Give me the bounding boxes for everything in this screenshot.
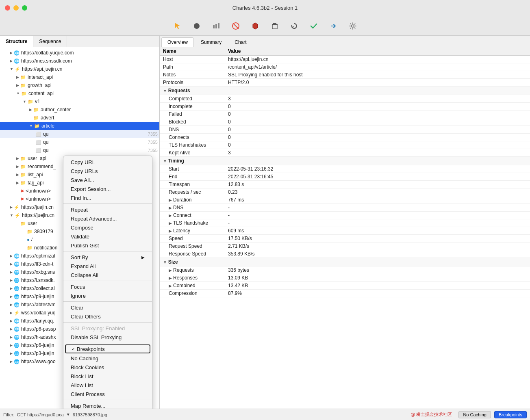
no-caching-button[interactable]: No Caching: [458, 411, 491, 418]
record-button[interactable]: [191, 20, 202, 32]
close-button[interactable]: [5, 5, 10, 11]
list-item[interactable]: ⬜ qu 7355: [0, 138, 159, 146]
context-menu-copy-urls[interactable]: Copy URLs: [63, 167, 152, 175]
context-menu-copy-url[interactable]: Copy URL: [63, 158, 152, 167]
status-trail: 61937598870.jpg: [73, 412, 107, 417]
list-item[interactable]: ▼ 📁 article: [0, 122, 159, 130]
tab-structure[interactable]: Structure: [0, 36, 33, 47]
list-item[interactable]: ▶ 📁 interact_api: [0, 73, 159, 81]
table-row[interactable]: ▶TLS Handshake -: [160, 219, 530, 227]
context-menu-block-list[interactable]: Block List: [63, 372, 152, 381]
expand-duration-icon[interactable]: ▶: [169, 198, 172, 202]
expand-latency-icon[interactable]: ▶: [169, 229, 172, 233]
tab-overview[interactable]: Overview: [161, 37, 194, 47]
context-menu-allow-list[interactable]: Allow List: [63, 381, 152, 390]
context-menu-no-caching[interactable]: No Caching: [63, 354, 152, 363]
context-menu-map-remote[interactable]: Map Remote...: [63, 401, 152, 409]
table-row[interactable]: ▶Latency 609 ms: [160, 227, 530, 235]
section-label: Timing: [160, 157, 530, 165]
reload-button[interactable]: [289, 20, 300, 32]
context-menu-block-cookies[interactable]: Block Cookies: [63, 363, 152, 372]
tab-sequence[interactable]: Sequence: [33, 36, 67, 47]
breakpoints-button-status[interactable]: Breakpoints: [494, 411, 527, 418]
row-value: SSL Proxying enabled for this host: [225, 71, 530, 79]
context-menu-validate[interactable]: Validate: [63, 232, 152, 241]
row-name: ▶Latency: [160, 227, 225, 235]
context-menu-sep2: [63, 251, 152, 251]
list-item[interactable]: ▶ 🌐 https://mcs.snssdk.com: [0, 57, 159, 65]
context-menu-find-in[interactable]: Find In...: [63, 193, 152, 202]
row-value: /content_api/v1/article/: [225, 63, 530, 71]
settings-button[interactable]: [347, 20, 358, 32]
tab-summary[interactable]: Summary: [195, 37, 228, 47]
context-menu-repeat[interactable]: Repeat: [63, 205, 152, 214]
minimize-button[interactable]: [13, 5, 19, 11]
throttle-button[interactable]: [211, 20, 222, 32]
row-value: 336 bytes: [225, 266, 530, 274]
context-menu-sort-by[interactable]: Sort By ▶: [63, 253, 152, 262]
expand-requests-icon[interactable]: ▶: [169, 268, 172, 273]
list-item[interactable]: ▶ 📁 author_center: [0, 106, 159, 114]
row-name: Host: [160, 56, 225, 63]
section-size[interactable]: Size: [160, 258, 530, 266]
expand-tls-icon[interactable]: ▶: [169, 221, 172, 225]
context-menu-expand-all[interactable]: Expand All: [63, 262, 152, 271]
table-row[interactable]: ▶Connect -: [160, 212, 530, 219]
expand-connect-icon[interactable]: ▶: [169, 213, 172, 218]
context-menu-repeat-advanced[interactable]: Repeat Advanced...: [63, 214, 152, 223]
context-menu-breakpoints[interactable]: ✓ Breakpoints: [65, 344, 150, 353]
expand-dns-icon[interactable]: ▶: [169, 206, 172, 210]
table-row[interactable]: ▶Combined 13.42 KB: [160, 282, 530, 290]
context-menu-focus[interactable]: Focus: [63, 282, 152, 291]
row-name: ▶Connect: [160, 212, 225, 219]
list-item[interactable]: ▶ 📁 advert: [0, 114, 159, 122]
row-name: Requests / sec: [160, 188, 225, 196]
section-timing[interactable]: Timing: [160, 157, 530, 165]
list-item[interactable]: ⬜ qu 7355: [0, 146, 159, 154]
row-name: Incomplete: [160, 103, 225, 110]
row-name: Compression: [160, 290, 225, 297]
table-row[interactable]: ▶Requests 336 bytes: [160, 266, 530, 274]
context-menu-clear[interactable]: Clear: [63, 303, 152, 312]
context-menu-compose[interactable]: Compose: [63, 223, 152, 232]
list-item[interactable]: ▼ 📁 v1: [0, 97, 159, 106]
compose-button[interactable]: [328, 20, 339, 32]
section-requests[interactable]: Requests: [160, 87, 530, 95]
table-row[interactable]: ▶DNS -: [160, 204, 530, 212]
list-item[interactable]: ▼ ⚡ https://api.juejin.cn: [0, 65, 159, 73]
row-value: -: [225, 219, 530, 227]
context-menu-sep4: [63, 301, 152, 302]
table-row[interactable]: ▶Duration 767 ms: [160, 196, 530, 204]
list-item[interactable]: ⬜ qu 7355: [0, 130, 159, 138]
ssl-proxy-button[interactable]: [230, 20, 241, 32]
row-value: 3: [225, 149, 530, 157]
list-item[interactable]: ▶ 🌐 https://collab.yuque.com: [0, 49, 159, 57]
arrow-tool-button[interactable]: [172, 20, 183, 32]
tab-chart[interactable]: Chart: [228, 37, 252, 47]
validate-button[interactable]: [308, 20, 319, 32]
sidebar-tabs: Structure Sequence: [0, 36, 159, 47]
maximize-button[interactable]: [22, 5, 27, 11]
breakpoints-button[interactable]: [250, 20, 261, 32]
context-menu-publish-gist[interactable]: Publish Gist: [63, 241, 152, 250]
list-item[interactable]: ▼ 📁 content_api: [0, 89, 159, 97]
expand-responses-icon[interactable]: ▶: [169, 276, 172, 280]
clear-button[interactable]: [269, 20, 280, 32]
svg-rect-2: [218, 23, 219, 28]
row-value: 0.23: [225, 188, 530, 196]
context-menu-ignore[interactable]: Ignore: [63, 291, 152, 300]
context-menu-export-session[interactable]: Export Session...: [63, 184, 152, 193]
context-menu-collapse-all[interactable]: Collapse All: [63, 271, 152, 279]
list-item[interactable]: ▶ 📁 growth_api: [0, 81, 159, 89]
row-value: 2022-05-31 23:16:32: [225, 165, 530, 173]
row-name: Connects: [160, 134, 225, 141]
row-value: 609 ms: [225, 227, 530, 235]
row-name: TLS Handshakes: [160, 141, 225, 149]
status-text: GET https://imgad0.pca: [17, 412, 64, 417]
context-menu-disable-ssl-proxying[interactable]: Disable SSL Proxying: [63, 333, 152, 342]
expand-combined-icon[interactable]: ▶: [169, 284, 172, 288]
context-menu-save-all[interactable]: Save All...: [63, 175, 152, 184]
context-menu-client-process[interactable]: Client Process: [63, 390, 152, 398]
context-menu-clear-others[interactable]: Clear Others: [63, 312, 152, 321]
table-row[interactable]: ▶Responses 13.09 KB: [160, 274, 530, 282]
